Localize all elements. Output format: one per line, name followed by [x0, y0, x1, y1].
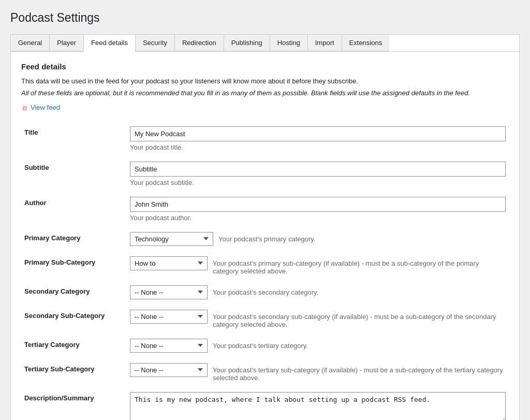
field-row-title: Title Your podcast title. — [21, 121, 509, 156]
title-label: Title — [24, 128, 38, 136]
tabs-bar: General Player Feed details Security Red… — [10, 34, 520, 52]
primary-sub-category-select[interactable]: How to Gadgets Tech News Podcasting Soft… — [130, 256, 208, 270]
secondary-category-label: Secondary Category — [24, 287, 90, 295]
view-feed-link[interactable]: ⦻ View feed — [21, 104, 60, 112]
field-row-author: Author Your podcast author. — [21, 192, 509, 227]
description-label: Description/Summary — [24, 394, 94, 402]
tertiary-sub-category-select[interactable]: -- None -- — [130, 363, 208, 377]
secondary-category-hint: Your podcast's secondary category. — [213, 285, 506, 296]
tertiary-category-hint: Your podcast's tertiary category. — [213, 339, 506, 350]
field-row-secondary-category: Secondary Category -- None -- Technology… — [21, 280, 509, 305]
primary-category-select[interactable]: Technology Arts Business Comedy Educatio… — [130, 232, 213, 246]
tertiary-category-label: Tertiary Category — [24, 341, 80, 349]
tab-player[interactable]: Player — [50, 35, 84, 51]
field-row-primary-sub-category: Primary Sub-Category How to Gadgets Tech… — [21, 251, 509, 280]
author-label: Author — [24, 199, 47, 207]
view-feed-label: View feed — [31, 104, 60, 111]
tab-feed-details[interactable]: Feed details — [84, 35, 136, 52]
author-input[interactable] — [130, 197, 506, 212]
form-table: Title Your podcast title. Subtitle Your … — [21, 121, 509, 420]
tab-redirection[interactable]: Redirection — [175, 35, 224, 51]
subtitle-input[interactable] — [130, 162, 506, 177]
author-hint: Your podcast author. — [130, 214, 506, 222]
tertiary-sub-category-label: Tertiary Sub-Category — [24, 365, 95, 373]
field-row-tertiary-category: Tertiary Category -- None -- Technology … — [21, 334, 509, 358]
primary-sub-category-hint: Your podcast's primary sub-category (if … — [213, 256, 506, 275]
tab-publishing[interactable]: Publishing — [224, 35, 270, 51]
section-desc1: This data will be used in the feed for y… — [21, 76, 509, 86]
title-hint: Your podcast title. — [130, 143, 506, 151]
content-panel: Feed details This data will be used in t… — [10, 52, 520, 420]
tab-hosting[interactable]: Hosting — [270, 35, 308, 51]
field-row-primary-category: Primary Category Technology Arts Busines… — [21, 227, 509, 251]
tertiary-sub-category-hint: Your podcast's tertiary sub-category (if… — [213, 363, 506, 382]
title-input[interactable] — [130, 126, 506, 141]
secondary-sub-category-hint: Your podcast's secondary sub-category (i… — [213, 310, 506, 328]
field-row-tertiary-sub-category: Tertiary Sub-Category -- None -- Your po… — [21, 358, 509, 387]
description-textarea[interactable]: This is my new podcast, where I talk abo… — [130, 392, 506, 420]
primary-sub-category-label: Primary Sub-Category — [24, 258, 95, 266]
secondary-category-select[interactable]: -- None -- Technology Arts Business Come… — [130, 285, 208, 299]
tab-general[interactable]: General — [11, 35, 50, 51]
subtitle-hint: Your podcast subtitle. — [130, 179, 506, 186]
tab-extensions[interactable]: Extensions — [342, 35, 390, 51]
tab-import[interactable]: Import — [308, 35, 342, 51]
subtitle-label: Subtitle — [24, 164, 49, 171]
field-row-subtitle: Subtitle Your podcast subtitle. — [21, 156, 509, 192]
primary-category-hint: Your podcast's primary category. — [218, 232, 506, 243]
primary-category-label: Primary Category — [24, 234, 80, 242]
page-title: Podcast Settings — [10, 10, 520, 26]
tertiary-category-select[interactable]: -- None -- Technology Arts Business — [130, 339, 208, 353]
section-desc2: All of these fields are optional, but it… — [21, 88, 509, 98]
secondary-sub-category-select[interactable]: -- None -- — [130, 310, 208, 324]
secondary-sub-category-label: Secondary Sub-Category — [24, 312, 105, 320]
field-row-description: Description/Summary This is my new podca… — [21, 387, 509, 420]
section-title: Feed details — [21, 62, 509, 71]
rss-icon: ⦻ — [21, 104, 28, 112]
tab-security[interactable]: Security — [136, 35, 175, 51]
field-row-secondary-sub-category: Secondary Sub-Category -- None -- Your p… — [21, 305, 509, 334]
